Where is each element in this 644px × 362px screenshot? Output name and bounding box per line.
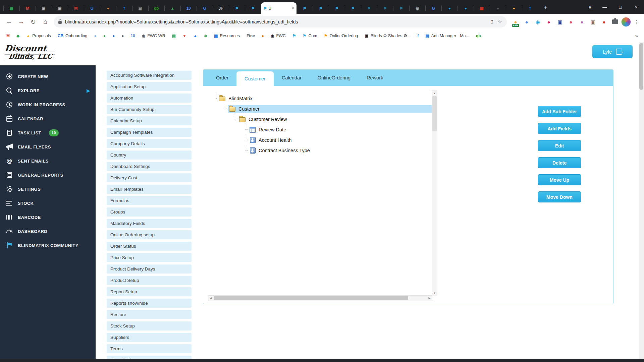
settings-menu-item[interactable]: Email Templates [107,185,192,194]
tree-node[interactable]: Account Health [208,135,432,145]
bookmark[interactable]: ▼ [180,33,189,39]
sidebar-item[interactable]: TASK LIST 10 [0,126,96,140]
bookmark[interactable]: ◉ FWC-WR [140,32,168,40]
settings-menu-item[interactable]: Calendar Setup [107,116,192,125]
panel-tab[interactable]: Order [208,70,236,86]
action-button[interactable]: Delete [538,157,581,168]
action-button[interactable]: Add Fields [538,123,581,134]
tab-close-icon[interactable]: × [291,6,294,10]
browser-tab[interactable]: ● [506,2,522,14]
browser-tab[interactable]: ▣ [132,2,148,14]
tab-search-chevron-icon[interactable]: ∨ [583,0,597,14]
bookmark[interactable]: ● [101,33,108,39]
extension-icon[interactable]: ● [578,18,586,26]
profile-avatar[interactable] [622,17,631,26]
sidebar-item[interactable]: EXPLORE ▶ [0,83,96,98]
browser-tab[interactable]: f [522,2,538,14]
browser-tab[interactable]: f [116,2,132,14]
browser-tab[interactable]: ▦ [3,2,19,14]
scroll-left-arrow-icon[interactable]: ◀ [208,296,213,301]
home-button[interactable]: ⌂ [40,16,51,27]
extension-icon[interactable]: ● [523,18,531,26]
settings-menu-item[interactable]: Accounting Software Integration [107,71,192,80]
browser-tab[interactable]: ⚑ [361,2,377,14]
bookmark[interactable]: ● [119,33,126,39]
browser-tab[interactable]: ▣ [52,2,68,14]
extension-icon[interactable]: ▣ [556,18,564,26]
browser-tab[interactable]: ⚑ [393,2,409,14]
tree-node[interactable]: Review Date [208,124,432,135]
settings-menu-item[interactable]: Price Setup [107,253,192,262]
browser-tab[interactable]: ⚑ [229,2,245,14]
settings-menu-item[interactable]: Groups [107,207,192,217]
scroll-down-arrow-icon[interactable]: ▼ [432,291,437,296]
page-scrollbar[interactable] [639,42,644,359]
tree-vertical-scrollbar[interactable]: ▲ ▼ [432,90,437,296]
browser-tab[interactable]: G [84,2,100,14]
panel-tab[interactable]: Rework [359,70,391,86]
bookmark[interactable]: qb [474,33,483,39]
settings-menu-item[interactable]: Application Setup [107,82,192,91]
browser-tab[interactable]: qb [148,2,164,14]
extension-icon[interactable]: ▣ [589,18,597,26]
bookmark[interactable]: ⚑ [290,33,299,39]
browser-tab[interactable]: ● [441,2,458,14]
share-icon[interactable]: ↥ [490,19,494,25]
extension-icon[interactable]: ● [600,18,608,26]
sidebar-item[interactable]: STOCK [0,196,96,210]
extension-icon[interactable]: ● 4.6k [512,18,520,26]
panel-tab[interactable]: OnlineOrdering [310,70,359,86]
settings-menu-item[interactable]: Report Setup [107,287,192,296]
user-logout-button[interactable]: Lyle [592,45,633,58]
browser-tab[interactable]: JF [213,2,229,14]
horizontal-scroll-thumb[interactable] [214,296,408,300]
scroll-up-arrow-icon[interactable]: ▲ [432,91,437,96]
window-minimize-button[interactable]: — [597,0,612,14]
forward-button[interactable]: → [15,16,27,27]
settings-menu-item[interactable]: Mandatory Fields [107,219,192,228]
bookmark[interactable]: ⚑ Com [301,32,320,40]
new-tab-button[interactable]: + [541,2,551,12]
bookmark[interactable]: Fine [244,33,257,39]
bookmarks-overflow-chevron[interactable]: » [633,33,640,39]
browser-tab[interactable]: M [19,2,36,14]
sidebar-item[interactable]: BARCODE [0,210,96,224]
settings-menu-item[interactable]: Terms [107,344,192,353]
browser-tab[interactable]: ▦ [474,2,490,14]
bookmark[interactable]: ▲ Proposals [24,32,53,40]
bookmark[interactable]: 10 [128,33,137,39]
panel-tab[interactable]: Customer [236,71,274,86]
bookmark[interactable]: ◉ FWC [268,32,288,40]
sidebar-item[interactable]: SETTINGS [0,182,96,196]
settings-menu-item[interactable]: Restore [107,310,192,319]
bookmark[interactable]: ◆ [14,33,22,39]
company-logo[interactable]: Discount Blinds, LLC [5,44,58,64]
browser-tab[interactable]: ⚑ [245,2,261,14]
bookmark[interactable]: ● [259,33,266,39]
browser-tab[interactable]: ⚑ [377,2,393,14]
settings-menu-item[interactable]: Stock Setup [107,321,192,330]
bookmark[interactable]: ▦ Resources [212,32,242,40]
sidebar-item[interactable]: WORK IN PROGRESS [0,98,96,112]
bookmark[interactable]: ● [92,33,99,39]
settings-menu-item[interactable]: Product Setup [107,276,192,285]
vertical-scroll-thumb[interactable] [432,96,437,131]
sidebar-item[interactable]: EMAIL FLYERS [0,140,96,154]
tree-node[interactable]: Customer [208,104,432,114]
bookmark[interactable]: CB Onboarding [55,32,90,40]
settings-menu-item[interactable]: Product Delivery Days [107,264,192,274]
tree-horizontal-scrollbar[interactable]: ◀ ▶ [208,295,432,301]
extensions-puzzle-icon[interactable] [612,19,618,24]
sidebar-item[interactable]: SENT EMAILS [0,154,96,168]
browser-tab[interactable]: ⚑ U × [261,2,297,14]
browser-menu-icon[interactable]: ⋮ [633,17,641,27]
reload-button[interactable]: ↻ [28,16,39,27]
panel-tab[interactable]: Calendar [274,70,310,86]
action-button[interactable]: Edit [538,140,581,151]
page-scroll-thumb[interactable] [639,43,643,90]
extension-icon[interactable]: ● [567,18,575,26]
action-button[interactable]: Move Up [538,174,581,185]
browser-tab[interactable]: ⚑ [297,2,313,14]
bookmark[interactable]: ▤ [170,33,178,39]
window-close-button[interactable]: × [628,0,644,14]
